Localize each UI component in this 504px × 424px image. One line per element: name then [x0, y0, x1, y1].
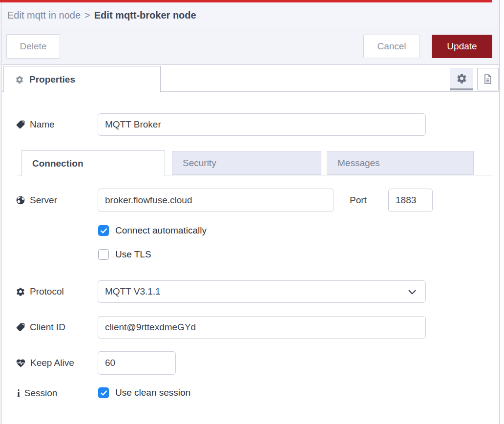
- editor-tab-row: Properties: [2, 65, 499, 92]
- server-label: Server: [16, 189, 57, 212]
- edit-mqtt-broker-dialog: Edit mqtt in node > Edit mqtt-broker nod…: [0, 0, 504, 424]
- use-clean-session-label: Use clean session: [115, 387, 190, 398]
- dialog-toolbar: Delete Cancel Update: [2, 28, 499, 65]
- tag-icon: [16, 322, 25, 332]
- breadcrumb-separator: >: [84, 10, 90, 21]
- client-id-label: Client ID: [16, 316, 65, 339]
- name-field[interactable]: [98, 113, 426, 136]
- tab-messages[interactable]: Messages: [327, 151, 474, 175]
- properties-form: Name Connection Security Messages Server: [2, 92, 499, 424]
- tray-left-edge: [0, 2, 2, 424]
- file-icon: [482, 73, 494, 85]
- connect-automatically-label: Connect automatically: [115, 225, 207, 236]
- breadcrumb-current: Edit mqtt-broker node: [94, 10, 196, 21]
- tab-properties-label: Properties: [29, 74, 75, 85]
- tab-security-label: Security: [183, 158, 216, 169]
- connection-tab-bar: Connection Security Messages: [17, 150, 493, 175]
- server-row: Server Port: [2, 189, 499, 212]
- port-label: Port: [350, 189, 367, 212]
- use-tls-checkbox[interactable]: Use TLS: [98, 249, 151, 260]
- protocol-label-text: Protocol: [30, 286, 64, 297]
- name-label: Name: [16, 113, 55, 136]
- checkbox-box[interactable]: [98, 225, 109, 236]
- keep-alive-field[interactable]: [98, 351, 176, 375]
- delete-button[interactable]: Delete: [6, 34, 60, 59]
- checkbox-box[interactable]: [98, 387, 109, 398]
- client-id-row: Client ID: [2, 316, 499, 339]
- session-label: i Session: [17, 387, 57, 400]
- tab-connection-label: Connection: [32, 158, 84, 169]
- session-label-text: Session: [24, 388, 58, 399]
- gear-icon: [456, 73, 467, 84]
- cancel-button[interactable]: Cancel: [363, 35, 420, 58]
- globe-icon: [16, 195, 25, 205]
- tab-properties[interactable]: Properties: [3, 66, 161, 92]
- use-tls-label: Use TLS: [115, 249, 151, 260]
- use-clean-session-checkbox[interactable]: Use clean session: [98, 387, 190, 398]
- checkbox-box[interactable]: [98, 249, 109, 260]
- tab-connection[interactable]: Connection: [21, 150, 165, 176]
- connect-automatically-row: Connect automatically: [2, 225, 499, 237]
- client-id-field[interactable]: [98, 316, 426, 339]
- tag-icon: [16, 120, 25, 129]
- protocol-selected-value: MQTT V3.1.1: [105, 286, 161, 297]
- properties-icon-button[interactable]: [450, 68, 473, 90]
- tab-messages-label: Messages: [337, 158, 380, 169]
- server-field[interactable]: [98, 189, 334, 212]
- keep-alive-label-text: Keep Alive: [30, 358, 74, 368]
- session-row: i Session Use clean session: [2, 387, 499, 400]
- protocol-select[interactable]: MQTT V3.1.1: [98, 280, 426, 303]
- top-accent-bar: [0, 0, 492, 2]
- use-tls-row: Use TLS: [2, 249, 499, 261]
- tab-security[interactable]: Security: [172, 151, 321, 175]
- name-row: Name: [2, 113, 499, 136]
- server-label-text: Server: [30, 195, 57, 206]
- heartbeat-icon: [16, 358, 26, 368]
- client-id-label-text: Client ID: [30, 322, 65, 333]
- breadcrumb-parent[interactable]: Edit mqtt in node: [7, 10, 81, 21]
- port-field[interactable]: [388, 189, 433, 212]
- gear-icon: [15, 75, 24, 84]
- connect-automatically-checkbox[interactable]: Connect automatically: [98, 225, 207, 236]
- name-label-text: Name: [30, 119, 55, 130]
- update-button[interactable]: Update: [432, 35, 492, 58]
- info-icon: i: [17, 388, 20, 399]
- breadcrumb: Edit mqtt in node > Edit mqtt-broker nod…: [2, 0, 499, 28]
- protocol-label: Protocol: [16, 280, 64, 303]
- gear-icon: [16, 287, 25, 297]
- protocol-row: Protocol MQTT V3.1.1: [2, 280, 499, 303]
- description-icon-button[interactable]: [477, 68, 499, 90]
- tray-right-edge: [499, 0, 504, 424]
- keep-alive-row: Keep Alive: [2, 351, 499, 375]
- keep-alive-label: Keep Alive: [16, 351, 74, 375]
- chevron-down-icon: [407, 287, 418, 297]
